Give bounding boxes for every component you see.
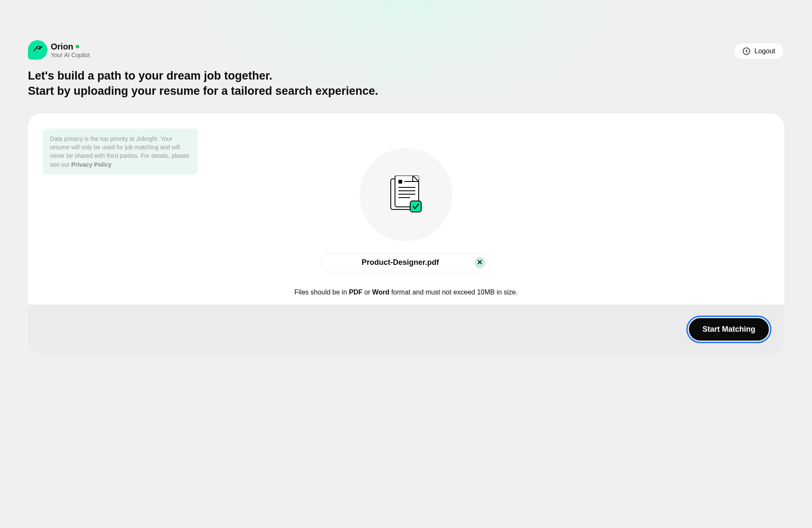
close-icon	[477, 259, 482, 266]
svg-rect-4	[398, 180, 402, 184]
logout-button[interactable]: Logout	[734, 43, 784, 60]
start-button-focus-ring: Start Matching	[686, 316, 771, 343]
header: Orion Your AI Copilot Logout	[28, 40, 784, 60]
logout-icon	[743, 47, 750, 55]
upload-card: Data privacy is the top priority at Jobr…	[28, 113, 784, 355]
headline-line-2: Start by uploading your resume for a tai…	[28, 83, 784, 99]
brand-name: Orion	[51, 42, 73, 52]
remove-file-button[interactable]	[475, 257, 486, 268]
start-matching-button[interactable]: Start Matching	[689, 318, 769, 341]
document-uploaded-icon	[389, 176, 423, 214]
card-footer: Start Matching	[28, 305, 784, 355]
headline-line-1: Let's build a path to your dream job tog…	[28, 68, 784, 83]
svg-point-0	[38, 47, 39, 48]
privacy-policy-link[interactable]: Privacy Policy	[71, 161, 112, 168]
logout-label: Logout	[754, 47, 775, 55]
file-format-hint: Files should be in PDF or Word format an…	[294, 289, 518, 296]
page-headline: Let's build a path to your dream job tog…	[28, 68, 784, 99]
uploaded-file-chip: Product-Designer.pdf	[321, 253, 492, 272]
svg-rect-10	[410, 201, 421, 212]
privacy-text-prefix: Data privacy is the top priority at Jobr…	[50, 135, 189, 168]
brand-subtitle: Your AI Copilot	[51, 52, 90, 58]
status-online-icon	[76, 45, 79, 48]
upload-illustration	[359, 148, 453, 241]
brand: Orion Your AI Copilot	[28, 40, 90, 60]
privacy-notice: Data privacy is the top priority at Jobr…	[43, 129, 198, 175]
orion-logo-icon	[28, 40, 47, 60]
uploaded-file-name: Product-Designer.pdf	[333, 258, 468, 267]
privacy-text-suffix: .	[112, 161, 113, 168]
